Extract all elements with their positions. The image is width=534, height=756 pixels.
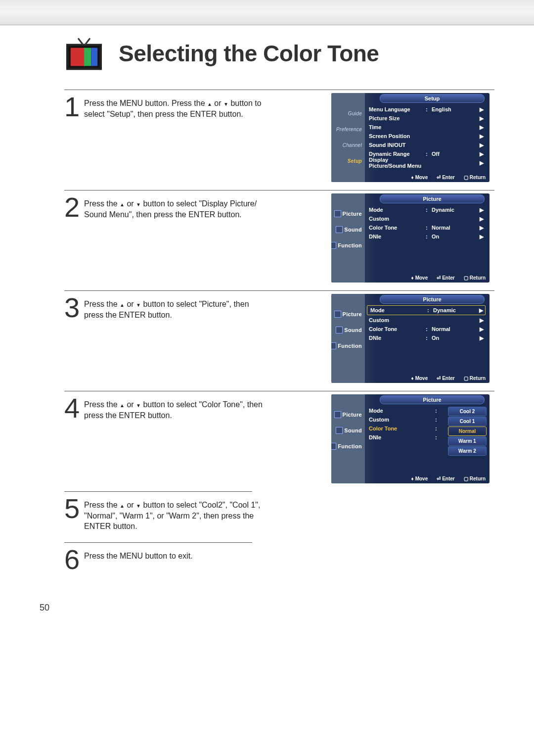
right-arrow-icon: ▶	[480, 216, 486, 222]
up-arrow-icon: ▲	[120, 302, 125, 308]
osd-panel: TV GuidePreferenceChannelSetup Setup Men…	[331, 93, 490, 182]
step-number: 6	[64, 546, 84, 573]
osd-header: Picture	[365, 294, 490, 304]
osd-panel: TV PictureSoundFunction Picture Mode :Dy…	[331, 193, 490, 283]
osd-item[interactable]: Sound IN/OUT ▶	[367, 141, 486, 149]
osd-footer-move: ♦ Move	[411, 175, 428, 180]
step-text: Press the MENU button to exit.	[84, 546, 193, 562]
osd-option[interactable]: Warm 2	[448, 446, 487, 456]
step-text: Press the MENU button. Press the ▲ or ▼ …	[84, 93, 267, 119]
right-arrow-icon: ▶	[480, 234, 486, 240]
step-text-line: Press the ▲ or ▼ button to select "Cool2…	[84, 501, 260, 530]
osd-item[interactable]: Display Picture/Sound Menu ▶	[367, 158, 486, 167]
osd-items: Menu Language :English ▶ Picture Size ▶ …	[365, 103, 490, 172]
osd-footer: ♦ Move ⏎ Enter ▢ Return	[365, 273, 490, 283]
step: 2 Press the ▲ or ▼ button to select "Dis…	[64, 190, 494, 290]
step-text-line: Press the ▲ or ▼ button to select "Displ…	[84, 199, 257, 219]
osd-side-item[interactable]: Function	[331, 440, 364, 453]
step-right: TV PictureSoundFunction Picture Mode :Dy…	[272, 294, 494, 388]
right-arrow-icon: ▶	[480, 326, 486, 332]
osd-item[interactable]: Custom ▶	[367, 316, 486, 325]
osd-item-sep: :	[426, 207, 432, 213]
right-arrow-icon: ▶	[480, 124, 486, 131]
osd-side-item[interactable]: Preference	[331, 123, 364, 136]
step-text: Press the ▲ or ▼ button to select "Displ…	[84, 193, 267, 220]
page-header: Selecting the Color Tone	[0, 25, 534, 90]
osd-item-value: Off	[432, 151, 461, 157]
osd-option[interactable]: Cool 1	[448, 417, 487, 426]
osd-item[interactable]: Menu Language :English ▶	[367, 105, 486, 114]
osd-side-item[interactable]: Picture	[331, 408, 364, 421]
right-arrow-icon: ▶	[480, 335, 486, 341]
osd-footer-move: ♦ Move	[411, 275, 428, 281]
osd-item[interactable]: Time ▶	[367, 123, 486, 132]
osd-item-sep: :	[435, 417, 441, 423]
side-icon	[336, 427, 343, 434]
osd-item[interactable]: Mode :Dynamic ▶	[367, 305, 486, 315]
osd-option[interactable]: Warm 1	[448, 436, 487, 446]
right-arrow-icon: ▶	[480, 207, 486, 213]
right-arrow-icon: ▶	[480, 225, 486, 231]
step-number: 2	[64, 193, 84, 221]
osd-side-item[interactable]: Picture	[331, 308, 364, 321]
osd-footer: ♦ Move ⏎ Enter ▢ Return	[365, 172, 490, 182]
osd-item[interactable]: Custom ▶	[367, 214, 486, 223]
osd-item[interactable]: Color Tone :Normal ▶	[367, 325, 486, 333]
step-text: Press the ▲ or ▼ button to select "Cool2…	[84, 495, 267, 532]
page-number: 50	[40, 603, 49, 613]
osd-footer-return: ▢ Return	[464, 376, 486, 381]
down-arrow-icon: ▼	[136, 403, 141, 408]
osd-item-label: DNIe	[367, 335, 426, 341]
osd-side-item[interactable]: Channel	[331, 139, 364, 151]
osd-item-label: Custom	[367, 216, 426, 222]
enter-icon: ⏎	[437, 175, 441, 180]
osd-side-item[interactable]: Sound	[331, 324, 364, 336]
osd-item-label: Screen Position	[367, 133, 426, 139]
osd-items: Mode :Dynamic ▶ Custom ▶ Color Tone :Nor…	[365, 203, 490, 273]
step-right: TV PictureSoundFunction Picture Mode : C…	[272, 394, 494, 488]
osd-item[interactable]: Color Tone :Normal ▶	[367, 223, 486, 232]
osd-item[interactable]: Screen Position ▶	[367, 132, 486, 141]
osd-item[interactable]: DNIe :On ▶	[367, 232, 486, 241]
svg-rect-1	[71, 48, 84, 66]
osd-option[interactable]: Cool 2	[448, 407, 487, 416]
enter-icon: ⏎	[437, 275, 441, 281]
osd-header: Setup	[365, 93, 490, 103]
osd-main: Setup Menu Language :English ▶ Picture S…	[365, 93, 490, 182]
step: 3 Press the ▲ or ▼ button to select "Pic…	[64, 290, 494, 391]
return-icon: ▢	[464, 476, 468, 481]
osd-side-item[interactable]: Picture	[331, 207, 364, 220]
osd-item-label: Custom	[367, 317, 426, 323]
osd-side-item[interactable]: Function	[331, 239, 364, 252]
osd-item-value: On	[432, 335, 461, 341]
svg-rect-2	[84, 48, 91, 66]
return-icon: ▢	[464, 376, 468, 381]
updown-arrow-icon: ♦	[411, 476, 414, 481]
osd-side-item[interactable]: Sound	[331, 424, 364, 437]
osd-side-item[interactable]: Sound	[331, 223, 364, 236]
osd-header: Picture	[365, 193, 490, 203]
osd-item-label: Display Picture/Sound Menu	[367, 157, 426, 169]
step-text-line: Press the MENU button. Press the ▲ or ▼ …	[84, 99, 262, 118]
osd-footer-return: ▢ Return	[464, 476, 486, 481]
osd-side-item[interactable]: Setup	[331, 154, 364, 167]
osd-title: Picture	[380, 395, 485, 404]
osd-item[interactable]: DNIe :On ▶	[367, 333, 486, 342]
osd-item-label: Menu Language	[367, 106, 426, 112]
osd-main: Picture Mode :Dynamic ▶ Custom ▶ Color T…	[365, 294, 490, 383]
step-text-line: Press the MENU button to exit.	[84, 552, 193, 560]
step: 4 Press the ▲ or ▼ button to select "Col…	[64, 391, 494, 491]
step-text-line: Press the ▲ or ▼ button to select "Pictu…	[84, 300, 249, 319]
osd-side-item[interactable]: Guide	[331, 107, 364, 120]
osd-item-label: Custom	[367, 417, 426, 423]
osd-option[interactable]: Normal	[448, 426, 487, 436]
right-arrow-icon: ▶	[480, 160, 486, 166]
updown-arrow-icon: ♦	[411, 376, 414, 381]
osd-item[interactable]: Mode :Dynamic ▶	[367, 205, 486, 214]
osd-footer-return: ▢ Return	[464, 275, 486, 281]
osd-item-label: Color Tone	[367, 326, 426, 332]
side-icon	[334, 411, 341, 418]
osd-item[interactable]: Picture Size ▶	[367, 114, 486, 123]
osd-side-item[interactable]: Function	[331, 339, 364, 352]
osd-item-sep: :	[426, 106, 432, 112]
